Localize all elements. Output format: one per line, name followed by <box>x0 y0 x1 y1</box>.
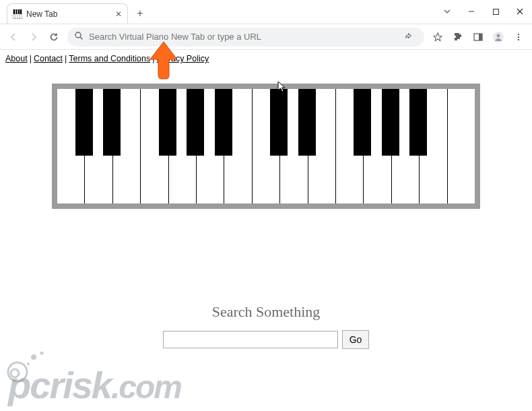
new-tab-button[interactable]: + <box>132 5 148 22</box>
svg-point-23 <box>31 354 36 360</box>
watermark-text: pcrisk.com <box>8 363 181 407</box>
side-panel-icon[interactable] <box>469 28 488 46</box>
reload-button[interactable] <box>44 28 63 46</box>
piano-icon <box>13 9 22 19</box>
toolbar <box>0 24 532 50</box>
piano-black-key[interactable] <box>354 89 371 156</box>
svg-point-22 <box>11 369 19 377</box>
profile-icon[interactable] <box>489 28 508 46</box>
browser-tab[interactable]: New Tab ✕ <box>7 3 128 24</box>
svg-point-24 <box>40 352 44 355</box>
close-window-button[interactable] <box>508 2 532 21</box>
svg-rect-1 <box>13 9 15 14</box>
forward-button[interactable] <box>24 28 43 46</box>
watermark-bubbles <box>5 344 59 384</box>
piano-black-key[interactable] <box>103 89 121 156</box>
svg-point-21 <box>8 362 27 381</box>
piano-black-key[interactable] <box>270 89 288 156</box>
piano <box>57 89 475 203</box>
svg-rect-2 <box>16 9 18 14</box>
piano-black-key[interactable] <box>215 89 232 156</box>
svg-line-13 <box>80 37 83 40</box>
address-bar[interactable] <box>67 28 424 46</box>
piano-black-key[interactable] <box>298 89 316 156</box>
piano-white-key[interactable] <box>448 89 475 203</box>
contact-link[interactable]: Contact <box>34 54 63 63</box>
titlebar: New Tab ✕ + <box>0 0 532 24</box>
svg-rect-9 <box>493 9 498 14</box>
menu-icon[interactable] <box>509 28 528 46</box>
svg-point-19 <box>518 36 519 37</box>
svg-rect-4 <box>20 9 22 14</box>
chevron-down-icon[interactable] <box>435 2 459 21</box>
links-bar: About|Contact|Terms and Conditions|Priva… <box>0 50 532 67</box>
about-link[interactable]: About <box>5 54 28 63</box>
maximize-button[interactable] <box>484 2 508 21</box>
piano-black-key[interactable] <box>159 89 176 156</box>
svg-point-17 <box>497 34 500 37</box>
svg-rect-3 <box>18 9 20 14</box>
svg-point-25 <box>27 362 30 365</box>
window-controls <box>435 0 532 24</box>
search-section: Search Something Go <box>0 303 532 349</box>
terms-link[interactable]: Terms and Conditions <box>69 54 150 63</box>
back-button[interactable] <box>4 28 23 46</box>
piano-black-key[interactable] <box>75 89 93 156</box>
svg-point-18 <box>518 33 519 34</box>
piano-black-key[interactable] <box>382 89 399 156</box>
minimize-button[interactable] <box>459 2 484 21</box>
omnibox-input[interactable] <box>89 32 393 42</box>
svg-line-11 <box>517 9 523 14</box>
go-button[interactable]: Go <box>342 330 370 349</box>
svg-point-12 <box>75 32 81 38</box>
svg-line-10 <box>517 9 523 14</box>
extensions-icon[interactable] <box>448 28 467 46</box>
piano-black-key[interactable] <box>409 89 427 156</box>
piano-black-key[interactable] <box>187 89 204 156</box>
share-icon[interactable] <box>399 28 418 46</box>
svg-point-20 <box>518 38 519 40</box>
search-heading: Search Something <box>0 303 532 321</box>
search-icon <box>74 31 84 43</box>
privacy-link[interactable]: Privacy Policy <box>156 54 209 63</box>
bookmark-icon[interactable] <box>428 28 447 46</box>
svg-rect-15 <box>479 34 482 40</box>
piano-container <box>52 84 480 209</box>
tab-title: New Tab <box>26 9 111 19</box>
search-input[interactable] <box>163 331 338 348</box>
close-tab-icon[interactable]: ✕ <box>115 9 122 19</box>
